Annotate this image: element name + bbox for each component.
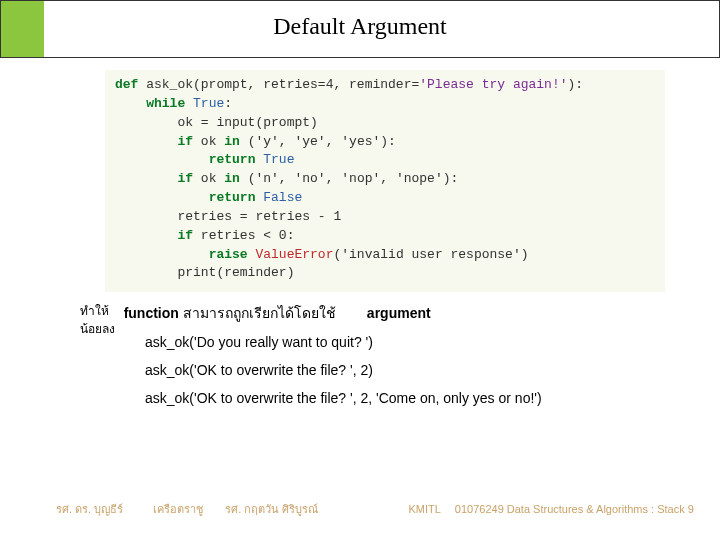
desc-left-2: น้อยลง bbox=[80, 322, 115, 336]
kw-if-3: if bbox=[177, 228, 193, 243]
kw-if-2: if bbox=[177, 171, 193, 186]
code-l1-rest: ask_ok(prompt, retries=4, reminder= bbox=[138, 77, 419, 92]
code-l6-mid: ok bbox=[193, 171, 224, 186]
kw-raise: raise bbox=[209, 247, 248, 262]
desc-left-col: ทำให้ น้อยลง bbox=[80, 302, 120, 338]
desc-main: function สามารถถูกเรียกได้โดยใช้ argumen… bbox=[124, 302, 431, 324]
kw-while: while bbox=[146, 96, 185, 111]
code-l1-end: ): bbox=[568, 77, 584, 92]
slide-footer: รศ. ดร. บุญธีร์เครือตราชูรศ. กฤตวัน ศิริ… bbox=[56, 500, 700, 518]
desc-bold-1: function bbox=[124, 305, 179, 321]
example-list: ask_ok('Do you really want to quit? ') a… bbox=[145, 328, 542, 412]
code-l3: ok = input(prompt) bbox=[115, 115, 318, 130]
kw-if-1: if bbox=[177, 134, 193, 149]
code-l4-mid: ok bbox=[193, 134, 224, 149]
footer-author-1: รศ. ดร. บุญธีร์ bbox=[56, 503, 123, 515]
footer-author-2: เครือตราชู bbox=[153, 503, 203, 515]
example-1: ask_ok('Do you really want to quit? ') bbox=[145, 328, 542, 356]
kw-in-1: in bbox=[224, 134, 240, 149]
kw-in-2: in bbox=[224, 171, 240, 186]
footer-author-3: รศ. กฤตวัน ศิริบูรณ์ bbox=[225, 503, 318, 515]
code-l11: print(reminder) bbox=[115, 265, 294, 280]
desc-bold-2: argument bbox=[367, 305, 431, 321]
kw-return-1: return bbox=[209, 152, 256, 167]
code-l1-str: 'Please try again!' bbox=[419, 77, 567, 92]
lit-false: False bbox=[263, 190, 302, 205]
code-l2-colon: : bbox=[224, 96, 232, 111]
kw-def: def bbox=[115, 77, 138, 92]
kw-return-2: return bbox=[209, 190, 256, 205]
err-valueerror: ValueError bbox=[255, 247, 333, 262]
code-block: def ask_ok(prompt, retries=4, reminder='… bbox=[105, 70, 665, 292]
lit-true-1: True bbox=[193, 96, 224, 111]
desc-left-1: ทำให้ bbox=[80, 304, 109, 318]
desc-mid: สามารถถูกเรียกได้โดยใช้ bbox=[179, 305, 340, 321]
lit-true-2: True bbox=[263, 152, 294, 167]
code-l6-tuple: ('n', 'no', 'nop', 'nope'): bbox=[240, 171, 458, 186]
code-l4-tuple: ('y', 'ye', 'yes'): bbox=[240, 134, 396, 149]
example-2: ask_ok('OK to overwrite the file? ', 2) bbox=[145, 356, 542, 384]
code-l10-arg: ('invalid user response') bbox=[333, 247, 528, 262]
title-band: Default Argument bbox=[0, 0, 720, 58]
example-3: ask_ok('OK to overwrite the file? ', 2, … bbox=[145, 384, 542, 412]
code-l9-rest: retries < 0: bbox=[193, 228, 294, 243]
footer-institution: KMITL bbox=[408, 503, 440, 515]
footer-course: 01076249 Data Structures & Algorithms : … bbox=[455, 503, 694, 515]
code-l8: retries = retries - 1 bbox=[115, 209, 341, 224]
slide-title: Default Argument bbox=[1, 13, 719, 40]
